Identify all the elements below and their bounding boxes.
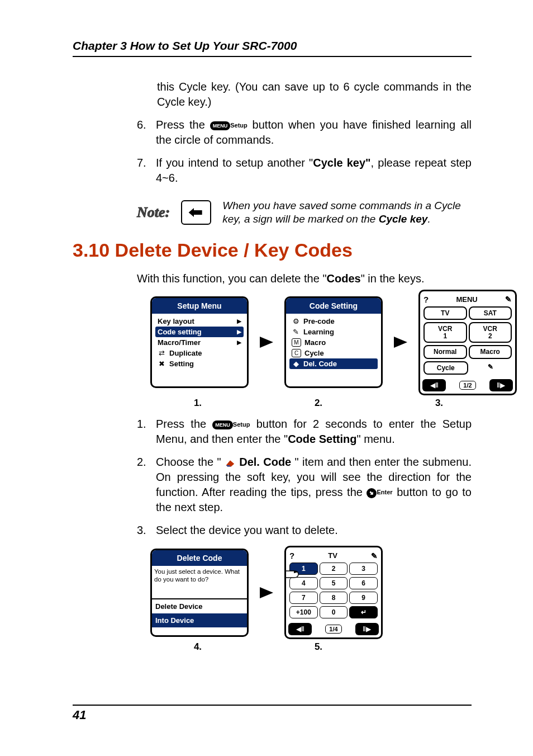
submenu-arrow-icon: ▶ [237,339,241,346]
keypad: 123456789+1000↵ [288,563,379,621]
menu-item-label: Learning [303,328,375,336]
menu-item-label: Duplicate [169,349,241,357]
caption: 3. [392,398,487,409]
keypad-row: 789 [288,592,379,606]
menu-item-label: Key layout [158,317,234,325]
number-key: +100 [289,606,318,618]
text-fragment: " menu. [357,433,395,445]
device-blank: ✎ [470,361,512,375]
screens-row-1: Setup Menu Key layout▶Code setting▶Macro… [150,290,472,396]
menu-pill: MENU [210,121,231,130]
menu-item-label: Code setting [158,328,234,336]
menu-item: MMacro [289,337,378,348]
menu-setup-icon: MENUSetup [210,121,248,130]
captions-row-2: 4. 5. [150,641,472,653]
screen-body: ? TV ✎ 123456789+1000↵ ◀Ⅱ 1/4 Ⅱ▶ [286,547,381,637]
bold-text: Code Setting [288,433,356,445]
menu-item-label: Cycle [304,349,375,357]
screen-device-grid: ? MENU ✎ TV SAT VCR1 VCR2 Normal Macro [418,290,517,396]
step-number: 2. [137,455,151,515]
step-6: 6. Press the MENUSetup button when you h… [137,117,472,148]
text-fragment: . [427,213,430,225]
number-key: 9 [349,592,378,604]
screen-delete-code: Delete Code You just select a device. Wh… [150,549,249,637]
note-text: When you have saved some commands in a C… [222,199,472,226]
menu-item: CCycle [289,348,378,358]
step-text: Press the MENUSetup button when you have… [156,117,472,148]
device-cycle: Cycle [423,361,468,375]
step-text: Select the device you want to delete. [156,523,472,538]
text-fragment: Choose the " [156,456,221,468]
device-title: MENU [456,295,477,304]
note-label: Note: [137,204,170,221]
menu-item: Macro/Timer▶ [155,337,244,348]
device-title: TV [328,551,337,560]
menu-item: Code setting▶ [155,327,244,337]
device-row: VCR1 VCR2 [422,322,513,345]
delete-option: Into Device [152,613,247,627]
nav-page-indicator: 1/2 [459,381,475,390]
device-normal: Normal [423,345,467,359]
steps-list-upper: 6. Press the MENUSetup button when you h… [137,117,472,186]
number-key: 6 [349,577,378,589]
nav-bar: ◀Ⅱ 1/4 Ⅱ▶ [288,623,379,635]
section-title: 3.10 Delete Device / Key Codes [73,239,472,261]
menu-setup-icon: MENUSetup [212,420,250,429]
menu-glyph-icon: ⇄ [158,349,166,357]
menu-item: ✎Learning [289,327,378,337]
step-2: 2. Choose the " Del. Code " item and the… [137,455,472,515]
step-number: 6. [137,117,151,148]
menu-glyph-icon: M [292,338,301,347]
body-content: this Cycle key. (You can save up to 6 cy… [137,79,472,226]
submenu-arrow-icon: ▶ [237,318,241,325]
right-arrow-icon [259,585,274,601]
enter-key: ↵ [349,606,378,618]
bold-text: Codes [327,272,361,285]
number-key: 5 [320,577,348,589]
step-3: 3. Select the device you want to delete. [137,523,472,538]
menu-glyph-icon: ⚙ [292,317,300,325]
step-text: If you intend to setup another "Cycle ke… [156,155,472,186]
menu-item: Key layout▶ [155,316,244,327]
submenu-arrow-icon: ▶ [237,328,241,336]
device-sat: SAT [469,306,512,320]
step-number: 1. [137,417,151,447]
setup-suffix: Setup [233,420,250,429]
device-row: Normal Macro [422,345,513,361]
enter-icon: Enter [367,488,392,498]
step-text: Press the MENUSetup button for 2 seconds… [156,417,472,447]
cycle-key-icon [181,200,211,225]
caption: 5. [271,641,366,653]
nav-page-indicator: 1/4 [325,625,341,634]
captions-row-1: 1. 2. 3. [150,398,472,409]
tip-text: You just select a device. What do you wa… [152,566,247,598]
screen-body: Key layout▶Code setting▶Macro/Timer▶⇄Dup… [152,314,247,386]
screen-title: Code Setting [286,298,381,314]
menu-glyph-icon: ◆ [292,360,300,368]
text-fragment: Press the [156,418,212,430]
screen-body: ⚙Pre-code✎LearningMMacroCCycle◆Del. Code [286,314,381,386]
menu-glyph-icon: ✖ [158,360,166,368]
step-number: 3. [137,523,151,538]
right-arrow-icon [393,334,408,350]
device-row: TV SAT [422,306,513,323]
delete-options: Delete DeviceInto Device [152,598,247,627]
help-icon: ? [423,295,429,304]
steps-list-lower: 1. Press the MENUSetup button for 2 seco… [137,417,472,538]
keypad-row: +1000↵ [288,606,379,621]
page-number: 41 [73,705,472,722]
nav-prev-button: ◀Ⅱ [422,379,446,391]
note-block: Note: When you have saved some commands … [137,199,472,226]
screen-body: ? MENU ✎ TV SAT VCR1 VCR2 Normal Macro [420,291,515,394]
menu-glyph-icon: C [292,349,301,357]
nav-prev-button: ◀Ⅱ [288,623,312,635]
text-fragment: " in the keys. [361,272,425,285]
number-key: 2 [320,563,348,575]
device-vcr1: VCR1 [423,322,467,343]
nav-bar: ◀Ⅱ 1/2 Ⅱ▶ [422,379,513,391]
keypad-row: 123 [288,563,379,577]
screen-code-setting: Code Setting ⚙Pre-code✎LearningMMacroCCy… [284,296,383,388]
menu-pill: MENU [212,420,233,429]
number-key: 8 [320,592,348,604]
menu-item: ◆Del. Code [289,358,378,369]
